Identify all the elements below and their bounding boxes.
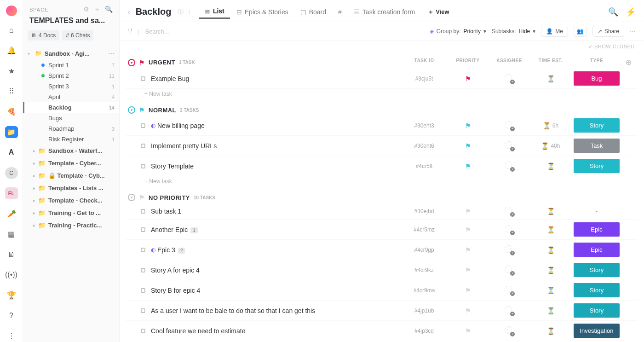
priority-cell[interactable]: ⚑ <box>447 246 489 254</box>
type-pill[interactable]: Bug <box>574 71 620 86</box>
task-row[interactable]: Implement pretty URLs #30eht6 ⚑ + ⏳40h T… <box>126 136 638 156</box>
assignee-cell[interactable]: + <box>489 245 530 255</box>
status-square-icon[interactable] <box>141 76 145 81</box>
task-row[interactable]: As a user I want to be bale to do that s… <box>126 301 638 321</box>
type-pill[interactable]: Epic <box>574 243 620 257</box>
task-name[interactable]: Story B for epic 4 <box>151 287 401 294</box>
notifications-icon[interactable]: 🔔 <box>5 45 18 57</box>
task-name[interactable]: Example Bug <box>151 75 401 82</box>
time-estimate-cell[interactable]: ⏳ <box>530 75 571 82</box>
info-icon[interactable]: ⓘ <box>178 8 184 16</box>
home-icon[interactable]: ⌂ <box>5 24 18 36</box>
priority-cell[interactable]: ⚑ <box>447 307 489 314</box>
tab-epics-&-stories[interactable]: ⊟Epics & Stories <box>231 6 294 18</box>
search-icon[interactable]: 🔍 <box>105 6 113 14</box>
task-row[interactable]: Sub task 1 #30ejbd ⚑ + ⏳ - <box>126 203 638 220</box>
type-pill[interactable]: Story <box>574 263 620 277</box>
collapse-sidebar-icon[interactable]: ‹ <box>128 8 130 16</box>
folder-row[interactable]: ▸📁Templates - Lists ... <box>23 182 119 194</box>
task-row[interactable]: ◐ Epic 32 #4cr9gp ⚑ + ⏳ Epic <box>126 240 638 260</box>
assignee-cell[interactable]: + <box>489 207 530 216</box>
type-pill[interactable]: Task <box>574 139 620 153</box>
text-a-icon[interactable]: A <box>5 146 18 158</box>
type-empty[interactable]: - <box>596 208 598 214</box>
status-square-icon[interactable] <box>141 308 145 313</box>
priority-cell[interactable]: ⚑ <box>447 208 489 215</box>
task-row[interactable]: Cool feature we need to estimate #4jp3cd… <box>126 321 638 341</box>
status-square-icon[interactable] <box>141 144 145 148</box>
time-estimate-cell[interactable]: ⏳ <box>530 287 571 294</box>
settings-gear-icon[interactable]: ⚙ <box>83 6 89 14</box>
collapse-group-icon[interactable]: ▾ <box>128 106 135 114</box>
space-title[interactable]: TEMPLATES and sa... <box>23 16 119 29</box>
task-name[interactable]: Sub task 1 <box>151 208 401 215</box>
quick-action-icon[interactable]: ⚡ <box>626 7 636 17</box>
type-pill[interactable]: Epic <box>574 222 620 237</box>
search-input[interactable] <box>145 28 237 35</box>
priority-cell[interactable]: ⚑ <box>447 226 489 233</box>
collapse-group-icon[interactable]: ▾ <box>128 59 135 66</box>
status-square-icon[interactable] <box>141 209 145 214</box>
time-estimate-cell[interactable]: ⏳6h <box>530 122 571 129</box>
more-icon[interactable]: ⋮ <box>5 330 18 342</box>
new-task-button[interactable]: + New task <box>126 176 638 186</box>
assignee-cell[interactable]: + <box>489 286 530 295</box>
task-row[interactable]: Example Bug #3cju5t ⚑ + ⏳ Bug <box>126 69 638 89</box>
dashboard-icon[interactable]: ▦ <box>5 228 18 240</box>
tab-task-creation-form[interactable]: ☰Task creation form <box>348 6 420 18</box>
logo-icon[interactable] <box>6 6 17 16</box>
assignee-cell[interactable]: + <box>489 74 530 83</box>
tab-hash[interactable]: # <box>333 6 347 18</box>
favorites-icon[interactable]: ★ <box>5 65 18 77</box>
avatar-c-icon[interactable]: C <box>5 167 18 179</box>
task-name[interactable]: Epic 32 <box>157 246 401 254</box>
list-item[interactable]: Sprint 31 <box>23 81 119 92</box>
type-pill[interactable]: Story <box>574 118 620 133</box>
task-name[interactable]: Story A for epic 4 <box>151 267 401 274</box>
type-pill[interactable]: Story <box>574 283 620 297</box>
priority-cell[interactable]: ⚑ <box>447 327 489 335</box>
type-pill[interactable]: Story <box>574 159 620 173</box>
group-header[interactable]: ▾ ⚑ NORMAL 3 TASKS <box>126 104 638 116</box>
status-square-icon[interactable] <box>141 227 145 232</box>
group-header[interactable]: ▾ ⚑ URGENT 1 TASK TASK ID PRIORITY ASSIG… <box>126 56 638 69</box>
status-square-icon[interactable] <box>141 329 145 333</box>
priority-cell[interactable]: ⚑ <box>447 287 489 294</box>
me-button[interactable]: 👤Me <box>541 26 568 37</box>
task-row[interactable]: Story A for epic 4 #4cr9kz ⚑ + ⏳ Story <box>126 260 638 280</box>
group-by-selector[interactable]: ◈ Group by: Priority ▾ <box>430 28 486 35</box>
assignee-cell[interactable]: + <box>489 266 530 275</box>
spaces-icon[interactable]: ⠿ <box>5 85 18 97</box>
list-item[interactable]: Backlog14 <box>23 102 119 113</box>
time-estimate-cell[interactable]: ⏳40h <box>530 142 571 150</box>
priority-cell[interactable]: ⚑ <box>447 75 489 82</box>
more-options-icon[interactable]: ⋯ <box>630 28 636 35</box>
group-header[interactable]: ▾ ⚑ NO PRIORITY 10 TASKS <box>126 192 638 203</box>
add-icon[interactable]: ＋ <box>94 6 100 14</box>
workspace-icon[interactable]: 📁 <box>5 126 18 138</box>
task-row[interactable]: Story Template #4cr5ft ⚑ + ⏳ Story <box>126 156 638 176</box>
task-name[interactable]: Implement pretty URLs <box>151 142 401 150</box>
carrot-icon[interactable]: 🥕 <box>5 208 18 220</box>
assignee-cell[interactable]: + <box>489 162 530 171</box>
time-estimate-cell[interactable]: ⏳ <box>530 327 571 335</box>
help-icon[interactable]: ? <box>5 309 18 321</box>
assignee-cell[interactable]: + <box>489 326 530 336</box>
task-row[interactable]: ◐ New billing page #30eht3 ⚑ + ⏳6h Story <box>126 116 638 136</box>
add-view-button[interactable]: ＋View <box>428 8 449 16</box>
priority-cell[interactable]: ⚑ <box>447 122 489 129</box>
global-search-icon[interactable]: 🔍 <box>608 7 618 17</box>
goals-icon[interactable]: 🏆 <box>5 289 18 301</box>
subtasks-selector[interactable]: Subtasks: Hide ▾ <box>492 28 535 35</box>
status-square-icon[interactable] <box>141 268 145 272</box>
list-item[interactable]: Sprint 17 <box>23 60 119 70</box>
list-item[interactable]: Risk Register1 <box>23 134 119 145</box>
tab-list[interactable]: ≣List <box>199 5 230 19</box>
priority-cell[interactable]: ⚑ <box>447 142 489 150</box>
pulse-icon[interactable]: ((•)) <box>5 269 18 281</box>
task-name[interactable]: New billing page <box>157 122 401 129</box>
status-square-icon[interactable] <box>141 248 145 252</box>
time-estimate-cell[interactable]: ⏳ <box>530 307 571 314</box>
assignee-cell[interactable]: + <box>489 141 530 151</box>
priority-cell[interactable]: ⚑ <box>447 162 489 170</box>
